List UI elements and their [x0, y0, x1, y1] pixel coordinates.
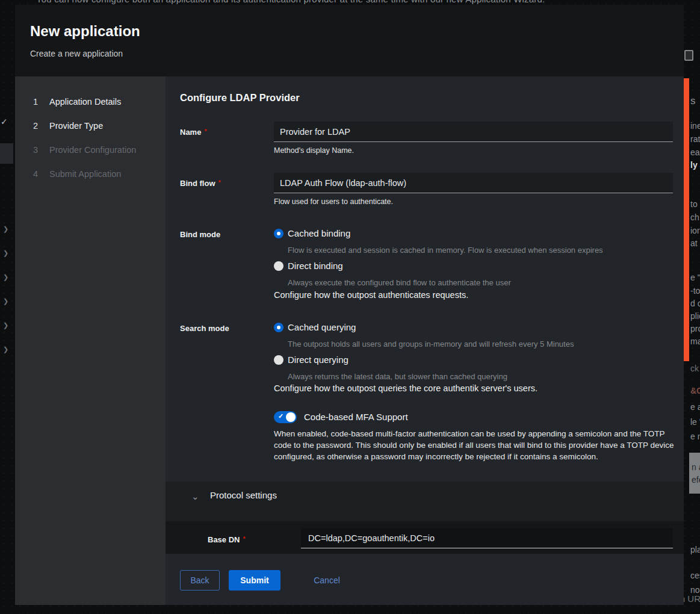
- protocol-settings-header[interactable]: Protocol settings: [210, 490, 277, 500]
- back-button[interactable]: Back: [180, 570, 220, 591]
- base-dn-label: Base DN*: [208, 535, 246, 544]
- toggle-knob: [286, 412, 296, 422]
- bg-fragment: ma: [690, 336, 700, 346]
- check-icon: ✓: [1, 117, 8, 126]
- name-help-text: Method's display Name.: [274, 146, 354, 155]
- mfa-support-toggle[interactable]: ✓: [274, 411, 297, 423]
- step-submit-application: 4 Submit Application: [15, 167, 166, 182]
- chevron-right-icon: ❯: [3, 249, 8, 257]
- bg-box-line: n a: [692, 461, 700, 474]
- bind-flow-help-text: Flow used for users to authenticate.: [274, 197, 393, 206]
- bind-mode-direct-radio[interactable]: [274, 261, 283, 271]
- bg-fragment: le ': [690, 417, 700, 427]
- background-banner-text: You can now configure both an applicatio…: [36, 0, 545, 4]
- chevron-right-icon: ❯: [3, 273, 8, 281]
- bind-mode-help-text: Configure how the outpost authenticates …: [274, 290, 468, 300]
- bind-mode-cached-radio[interactable]: [274, 229, 283, 238]
- bg-fragment: to: [690, 199, 698, 209]
- bind-mode-direct-description: Always execute the configured bind flow …: [288, 278, 511, 287]
- bg-fragment: pla: [690, 545, 700, 554]
- cancel-button[interactable]: Cancel: [303, 570, 351, 591]
- step-provider-configuration: 3 Provider Configuration: [15, 143, 166, 158]
- bg-fragment: at: [690, 238, 698, 248]
- step-label: Provider Configuration: [49, 145, 136, 155]
- search-mode-direct-radio[interactable]: [274, 355, 283, 365]
- bg-fragment: ea: [690, 147, 700, 157]
- protocol-settings-group: ⌄ Protocol settings Base DN*: [166, 482, 684, 554]
- bind-mode-label: Bind mode: [180, 230, 220, 239]
- search-mode-cached-radio[interactable]: [274, 323, 283, 332]
- bg-fragment: e "c: [690, 273, 700, 282]
- chevron-right-icon: ❯: [3, 321, 8, 329]
- bg-fragment: ion: [690, 226, 700, 235]
- chevron-right-icon: ❯: [3, 346, 8, 353]
- bg-fragment: ly a: [690, 160, 700, 170]
- name-field-label: Name*: [180, 128, 207, 137]
- wizard-steps-nav: 1 Application Details 2 Provider Type 3 …: [15, 76, 166, 605]
- bind-mode-direct-label[interactable]: Direct binding: [288, 261, 343, 271]
- wizard-subtitle: Create a new application: [30, 49, 123, 58]
- page-background: You can now configure both an applicatio…: [0, 0, 700, 614]
- bg-fragment: e n: [690, 432, 700, 441]
- chevron-down-icon[interactable]: ⌄: [191, 491, 199, 502]
- bg-fragment: rat: [690, 134, 700, 144]
- mfa-support-help-text: When enabled, code-based multi-factor au…: [274, 428, 681, 462]
- bg-sidebar-highlight: [0, 143, 13, 164]
- search-mode-help-text: Configure how the outpost queries the co…: [274, 383, 537, 393]
- step-provider-type[interactable]: 2 Provider Type: [15, 119, 166, 134]
- step-number: 4: [33, 169, 38, 179]
- check-icon: ✓: [278, 412, 283, 420]
- orange-accent-bar: [684, 78, 689, 361]
- bg-fragment: e a: [690, 402, 700, 412]
- search-mode-direct-label[interactable]: Direct querying: [288, 355, 348, 365]
- wizard-title: New application: [30, 23, 140, 40]
- bg-fragment: ch: [690, 212, 699, 222]
- required-marker: *: [218, 179, 221, 186]
- step-label: Application Details: [49, 97, 121, 107]
- chevron-right-icon: ❯: [3, 297, 8, 305]
- bg-fragment: ces: [690, 571, 700, 580]
- base-dn-input[interactable]: [301, 528, 673, 548]
- name-input[interactable]: [274, 122, 673, 142]
- step-number: 2: [33, 121, 38, 131]
- step-number: 1: [33, 97, 38, 107]
- wizard-form-content: Configure LDAP Provider Name* Method's d…: [166, 76, 684, 605]
- bg-fragment: d c: [690, 299, 700, 308]
- required-marker: *: [204, 128, 206, 135]
- step-label: Submit Application: [49, 169, 121, 179]
- bind-mode-cached-label[interactable]: Cached binding: [288, 228, 350, 238]
- new-application-wizard-modal: New application Create a new application…: [15, 5, 684, 605]
- bg-fragment: &C: [690, 386, 700, 395]
- bg-fragment: s: [690, 95, 696, 107]
- bg-fragment: pro: [690, 324, 700, 333]
- search-mode-cached-description: The outpost holds all users and groups i…: [288, 340, 574, 349]
- step-application-details[interactable]: 1 Application Details: [15, 95, 166, 110]
- chevron-right-icon: ❯: [3, 225, 8, 233]
- search-mode-direct-description: Always returns the latest data, but slow…: [288, 372, 507, 381]
- bind-mode-cached-description: Flow is executed and session is cached i…: [288, 246, 603, 255]
- bg-highlight-box: n a efe: [689, 453, 700, 494]
- bind-flow-field-label: Bind flow*: [180, 179, 221, 188]
- panel-toggle-icon: [684, 50, 693, 61]
- search-mode-label: Search mode: [180, 324, 229, 333]
- mfa-support-label[interactable]: Code-based MFA Support: [304, 412, 408, 422]
- required-marker: *: [243, 535, 245, 542]
- step-label: Provider Type: [49, 121, 103, 131]
- submit-button[interactable]: Submit: [229, 570, 280, 591]
- bind-flow-input[interactable]: [274, 173, 673, 193]
- base-dn-row: Base DN*: [166, 521, 684, 554]
- bg-fragment: plic: [690, 311, 700, 321]
- bg-fragment: -to: [690, 286, 700, 296]
- bg-fragment: ck: [690, 364, 699, 373]
- search-mode-cached-label[interactable]: Cached querying: [288, 322, 356, 332]
- bg-fragment: ine: [690, 121, 700, 131]
- step-number: 3: [33, 145, 38, 155]
- bg-box-line: efe: [692, 474, 700, 486]
- wizard-header: New application Create a new application: [15, 5, 684, 76]
- form-heading: Configure LDAP Provider: [180, 92, 300, 104]
